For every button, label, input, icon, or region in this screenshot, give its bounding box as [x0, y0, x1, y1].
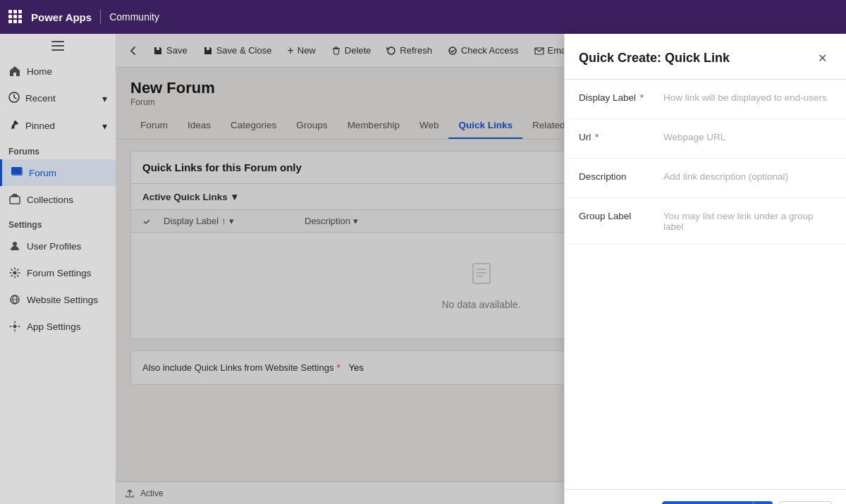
active-quick-links-label: Active Quick Links — [142, 192, 228, 202]
svg-rect-1 — [51, 45, 64, 47]
recent-label: Recent — [25, 93, 56, 104]
group-label-field-label: Group Label — [579, 209, 663, 221]
new-button[interactable]: + New — [280, 40, 322, 61]
app-settings-label: App Settings — [27, 321, 81, 332]
sidebar-item-pinned[interactable]: Pinned ▾ — [0, 112, 116, 140]
forums-section-title: Forums — [0, 140, 116, 159]
tab-membership[interactable]: Membership — [338, 113, 410, 139]
collections-label: Collections — [27, 195, 73, 205]
tab-categories[interactable]: Categories — [221, 113, 286, 139]
nav-separator — [100, 10, 101, 24]
tab-quick-links[interactable]: Quick Links — [448, 113, 522, 139]
tab-ideas[interactable]: Ideas — [178, 113, 221, 139]
form-row-group-label: Group Label You may list new link under … — [565, 198, 846, 244]
home-label: Home — [27, 66, 52, 77]
filter-desc-icon: ▾ — [353, 216, 358, 226]
svg-point-10 — [13, 271, 17, 275]
hamburger-menu[interactable] — [0, 34, 116, 58]
col-check — [142, 217, 164, 226]
delete-button[interactable]: Delete — [324, 41, 379, 60]
cancel-button[interactable]: Cancel — [778, 501, 832, 504]
export-icon — [125, 488, 135, 498]
svg-rect-7 — [11, 195, 18, 197]
sidebar: Home Recent ▾ Pi — [0, 34, 116, 504]
svg-rect-8 — [13, 194, 17, 195]
save-close-button-group: Save and Close — [662, 501, 773, 504]
pinned-label: Pinned — [25, 121, 55, 131]
required-star-display: * — [640, 92, 644, 103]
panel-title: Quick Create: Quick Link — [579, 51, 730, 66]
sidebar-item-app-settings[interactable]: App Settings — [0, 313, 116, 340]
sidebar-item-website-settings[interactable]: Website Settings — [0, 286, 116, 313]
website-settings-label: Website Settings — [27, 295, 98, 305]
display-label-field-label: Display Label * — [579, 91, 663, 103]
save-close-button[interactable]: Save & Close — [196, 41, 279, 60]
chevron-down-icon-2: ▾ — [102, 121, 107, 132]
status-text: Active — [140, 488, 164, 498]
required-star-url: * — [595, 132, 599, 142]
forum-label: Forum — [29, 168, 56, 178]
svg-rect-5 — [11, 167, 21, 174]
sidebar-item-recent[interactable]: Recent ▾ — [0, 85, 116, 112]
quick-create-panel: Quick Create: Quick Link ✕ Display Label… — [564, 34, 846, 504]
sidebar-item-forum[interactable]: Forum — [0, 159, 116, 186]
svg-point-12 — [13, 325, 17, 328]
also-include-label: Also include Quick Links from Website Se… — [142, 362, 341, 373]
check-access-button[interactable]: Check Access — [441, 41, 526, 60]
gear-icon — [8, 266, 21, 279]
url-field-label: Url * — [579, 130, 663, 142]
panel-header: Quick Create: Quick Link ✕ — [565, 34, 846, 80]
svg-rect-2 — [51, 49, 64, 51]
sidebar-item-forum-settings[interactable]: Forum Settings — [0, 259, 116, 286]
svg-rect-15 — [473, 264, 490, 283]
panel-close-button[interactable]: ✕ — [812, 48, 832, 68]
community-label: Community — [109, 11, 159, 23]
settings-section-title: Settings — [0, 213, 116, 233]
sidebar-item-user-profiles[interactable]: User Profiles — [0, 233, 116, 259]
no-data-icon — [469, 261, 494, 292]
forum-icon — [11, 166, 23, 179]
group-label-placeholder[interactable]: You may list new link under a group labe… — [663, 209, 832, 232]
tab-groups[interactable]: Groups — [286, 113, 337, 139]
top-navbar: Power Apps Community — [0, 0, 846, 34]
app-name: Power Apps — [31, 11, 92, 23]
back-button[interactable] — [122, 39, 145, 62]
refresh-button[interactable]: Refresh — [379, 41, 439, 60]
collections-icon — [8, 193, 21, 206]
description-placeholder[interactable]: Add link description (optional) — [663, 170, 832, 182]
save-and-close-button[interactable]: Save and Close — [662, 501, 753, 504]
description-field-label: Description — [579, 170, 663, 182]
grid-icon[interactable] — [8, 10, 23, 24]
url-placeholder[interactable]: Webpage URL — [663, 130, 832, 142]
save-close-dropdown-button[interactable] — [753, 501, 773, 504]
svg-point-13 — [449, 47, 456, 54]
svg-point-9 — [13, 242, 17, 246]
forum-settings-label: Forum Settings — [27, 268, 92, 278]
user-icon — [8, 240, 21, 252]
form-row-description: Description Add link description (option… — [565, 159, 846, 198]
sort-icon: ↑ — [221, 216, 226, 226]
filter-icon: ▾ — [229, 216, 234, 226]
clock-icon — [8, 92, 20, 105]
chevron-down-icon: ▾ — [102, 93, 107, 104]
website-icon — [8, 293, 21, 306]
tab-forum[interactable]: Forum — [130, 113, 178, 139]
required-indicator: * — [336, 362, 340, 373]
form-row-display-label: Display Label * How link will be display… — [565, 80, 846, 119]
also-include-value: Yes — [349, 362, 364, 373]
display-label-placeholder[interactable]: How link will be displayed to end-users — [663, 91, 832, 103]
panel-footer: Save and Close Cancel — [565, 489, 846, 504]
svg-rect-6 — [10, 197, 20, 204]
col-display-label[interactable]: Display Label ↑ ▾ — [164, 216, 305, 226]
sidebar-item-collections[interactable]: Collections — [0, 186, 116, 213]
pin-icon — [8, 119, 20, 133]
user-profiles-label: User Profiles — [27, 241, 81, 252]
panel-body: Display Label * How link will be display… — [565, 80, 846, 489]
home-icon — [8, 65, 21, 78]
sidebar-item-home[interactable]: Home — [0, 58, 116, 85]
svg-rect-0 — [51, 41, 64, 42]
tab-web[interactable]: Web — [410, 113, 449, 139]
chevron-down-active: ▾ — [232, 191, 237, 202]
form-row-url: Url * Webpage URL — [565, 119, 846, 159]
save-button[interactable]: Save — [146, 41, 195, 60]
